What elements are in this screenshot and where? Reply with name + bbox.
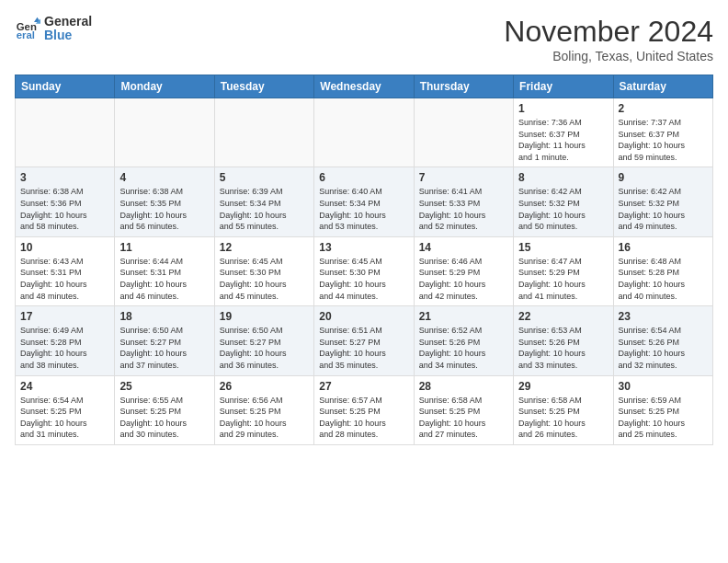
calendar-day-cell: 28Sunrise: 6:58 AM Sunset: 5:25 PM Dayli…: [414, 375, 513, 444]
day-info: Sunrise: 6:51 AM Sunset: 5:27 PM Dayligh…: [319, 325, 408, 371]
day-number: 7: [419, 171, 508, 184]
logo-icon: Gen eral: [15, 16, 40, 41]
day-number: 21: [419, 310, 508, 323]
day-info: Sunrise: 6:58 AM Sunset: 5:25 PM Dayligh…: [518, 395, 608, 441]
logo: Gen eral General Blue: [15, 15, 92, 43]
calendar-day-cell: 17Sunrise: 6:49 AM Sunset: 5:28 PM Dayli…: [16, 306, 115, 375]
day-info: Sunrise: 6:59 AM Sunset: 5:25 PM Dayligh…: [619, 395, 708, 441]
calendar-day-cell: 9Sunrise: 6:42 AM Sunset: 5:32 PM Daylig…: [613, 167, 712, 236]
weekday-header-thursday: Thursday: [414, 75, 513, 98]
logo-text: General Blue: [44, 15, 92, 43]
calendar-day-cell: 10Sunrise: 6:43 AM Sunset: 5:31 PM Dayli…: [16, 236, 115, 305]
weekday-header-saturday: Saturday: [613, 75, 712, 98]
day-number: 13: [319, 241, 408, 254]
calendar-day-cell: 23Sunrise: 6:54 AM Sunset: 5:26 PM Dayli…: [613, 306, 712, 375]
day-number: 24: [20, 380, 109, 393]
calendar-day-cell: [16, 98, 115, 167]
calendar-day-cell: 30Sunrise: 6:59 AM Sunset: 5:25 PM Dayli…: [613, 375, 712, 444]
day-number: 30: [619, 380, 708, 393]
day-number: 5: [220, 171, 309, 184]
day-info: Sunrise: 6:49 AM Sunset: 5:28 PM Dayligh…: [20, 325, 109, 371]
calendar-day-cell: 2Sunrise: 7:37 AM Sunset: 6:37 PM Daylig…: [613, 98, 712, 167]
day-number: 29: [518, 380, 608, 393]
day-number: 23: [619, 310, 708, 323]
calendar-day-cell: 20Sunrise: 6:51 AM Sunset: 5:27 PM Dayli…: [314, 306, 414, 375]
weekday-header-wednesday: Wednesday: [314, 75, 414, 98]
day-info: Sunrise: 6:57 AM Sunset: 5:25 PM Dayligh…: [319, 395, 408, 441]
day-number: 1: [518, 102, 608, 115]
svg-text:eral: eral: [17, 29, 35, 40]
day-info: Sunrise: 6:38 AM Sunset: 5:35 PM Dayligh…: [119, 186, 209, 232]
calendar-day-cell: 19Sunrise: 6:50 AM Sunset: 5:27 PM Dayli…: [214, 306, 313, 375]
calendar-day-cell: 24Sunrise: 6:54 AM Sunset: 5:25 PM Dayli…: [16, 375, 115, 444]
calendar-day-cell: [414, 98, 513, 167]
calendar-day-cell: [115, 98, 214, 167]
day-number: 2: [619, 102, 708, 115]
day-info: Sunrise: 6:39 AM Sunset: 5:34 PM Dayligh…: [220, 186, 309, 232]
day-info: Sunrise: 6:45 AM Sunset: 5:30 PM Dayligh…: [319, 256, 408, 302]
calendar-day-cell: 4Sunrise: 6:38 AM Sunset: 5:35 PM Daylig…: [115, 167, 214, 236]
calendar-day-cell: 29Sunrise: 6:58 AM Sunset: 5:25 PM Dayli…: [514, 375, 613, 444]
calendar-day-cell: 16Sunrise: 6:48 AM Sunset: 5:28 PM Dayli…: [613, 236, 712, 305]
calendar-day-cell: 11Sunrise: 6:44 AM Sunset: 5:31 PM Dayli…: [115, 236, 214, 305]
calendar-week-row: 17Sunrise: 6:49 AM Sunset: 5:28 PM Dayli…: [16, 306, 713, 375]
day-info: Sunrise: 6:38 AM Sunset: 5:36 PM Dayligh…: [20, 186, 109, 232]
day-number: 17: [20, 310, 109, 323]
day-number: 15: [518, 241, 608, 254]
calendar-day-cell: 6Sunrise: 6:40 AM Sunset: 5:34 PM Daylig…: [314, 167, 414, 236]
day-info: Sunrise: 6:44 AM Sunset: 5:31 PM Dayligh…: [119, 256, 209, 302]
calendar-week-row: 24Sunrise: 6:54 AM Sunset: 5:25 PM Dayli…: [16, 375, 713, 444]
day-info: Sunrise: 6:53 AM Sunset: 5:26 PM Dayligh…: [518, 325, 608, 371]
day-info: Sunrise: 6:55 AM Sunset: 5:25 PM Dayligh…: [119, 395, 209, 441]
calendar-day-cell: 1Sunrise: 7:36 AM Sunset: 6:37 PM Daylig…: [514, 98, 613, 167]
day-info: Sunrise: 6:46 AM Sunset: 5:29 PM Dayligh…: [419, 256, 508, 302]
calendar-day-cell: 8Sunrise: 6:42 AM Sunset: 5:32 PM Daylig…: [514, 167, 613, 236]
calendar-day-cell: 26Sunrise: 6:56 AM Sunset: 5:25 PM Dayli…: [214, 375, 313, 444]
logo-blue-text: Blue: [44, 29, 92, 42]
day-number: 4: [119, 171, 209, 184]
day-number: 3: [20, 171, 109, 184]
calendar-day-cell: 7Sunrise: 6:41 AM Sunset: 5:33 PM Daylig…: [414, 167, 513, 236]
weekday-header-monday: Monday: [115, 75, 214, 98]
calendar-day-cell: 21Sunrise: 6:52 AM Sunset: 5:26 PM Dayli…: [414, 306, 513, 375]
title-block: November 2024 Boling, Texas, United Stat…: [504, 15, 713, 63]
day-number: 16: [619, 241, 708, 254]
calendar-day-cell: [214, 98, 313, 167]
calendar-day-cell: 3Sunrise: 6:38 AM Sunset: 5:36 PM Daylig…: [16, 167, 115, 236]
day-number: 19: [220, 310, 309, 323]
day-number: 25: [119, 380, 209, 393]
month-title: November 2024: [504, 15, 713, 49]
calendar-week-row: 3Sunrise: 6:38 AM Sunset: 5:36 PM Daylig…: [16, 167, 713, 236]
calendar-day-cell: 27Sunrise: 6:57 AM Sunset: 5:25 PM Dayli…: [314, 375, 414, 444]
day-number: 27: [319, 380, 408, 393]
day-number: 10: [20, 241, 109, 254]
day-number: 14: [419, 241, 508, 254]
day-info: Sunrise: 6:40 AM Sunset: 5:34 PM Dayligh…: [319, 186, 408, 232]
weekday-header-sunday: Sunday: [16, 75, 115, 98]
day-number: 9: [619, 171, 708, 184]
day-number: 26: [220, 380, 309, 393]
page-header: Gen eral General Blue November 2024 Boli…: [15, 15, 713, 63]
day-info: Sunrise: 7:37 AM Sunset: 6:37 PM Dayligh…: [619, 117, 708, 163]
day-info: Sunrise: 6:45 AM Sunset: 5:30 PM Dayligh…: [220, 256, 309, 302]
calendar-day-cell: 25Sunrise: 6:55 AM Sunset: 5:25 PM Dayli…: [115, 375, 214, 444]
day-info: Sunrise: 6:50 AM Sunset: 5:27 PM Dayligh…: [119, 325, 209, 371]
weekday-header-row: SundayMondayTuesdayWednesdayThursdayFrid…: [16, 75, 713, 98]
location-text: Boling, Texas, United States: [504, 49, 713, 63]
calendar-day-cell: 22Sunrise: 6:53 AM Sunset: 5:26 PM Dayli…: [514, 306, 613, 375]
day-number: 22: [518, 310, 608, 323]
day-info: Sunrise: 6:43 AM Sunset: 5:31 PM Dayligh…: [20, 256, 109, 302]
day-info: Sunrise: 6:54 AM Sunset: 5:26 PM Dayligh…: [619, 325, 708, 371]
calendar-table: SundayMondayTuesdayWednesdayThursdayFrid…: [15, 75, 713, 445]
calendar-day-cell: 18Sunrise: 6:50 AM Sunset: 5:27 PM Dayli…: [115, 306, 214, 375]
day-number: 20: [319, 310, 408, 323]
day-number: 8: [518, 171, 608, 184]
day-number: 18: [119, 310, 209, 323]
day-number: 11: [119, 241, 209, 254]
logo-general-text: General: [44, 15, 92, 29]
day-number: 28: [419, 380, 508, 393]
calendar-week-row: 10Sunrise: 6:43 AM Sunset: 5:31 PM Dayli…: [16, 236, 713, 305]
day-info: Sunrise: 6:47 AM Sunset: 5:29 PM Dayligh…: [518, 256, 608, 302]
day-info: Sunrise: 6:50 AM Sunset: 5:27 PM Dayligh…: [220, 325, 309, 371]
calendar-day-cell: 15Sunrise: 6:47 AM Sunset: 5:29 PM Dayli…: [514, 236, 613, 305]
